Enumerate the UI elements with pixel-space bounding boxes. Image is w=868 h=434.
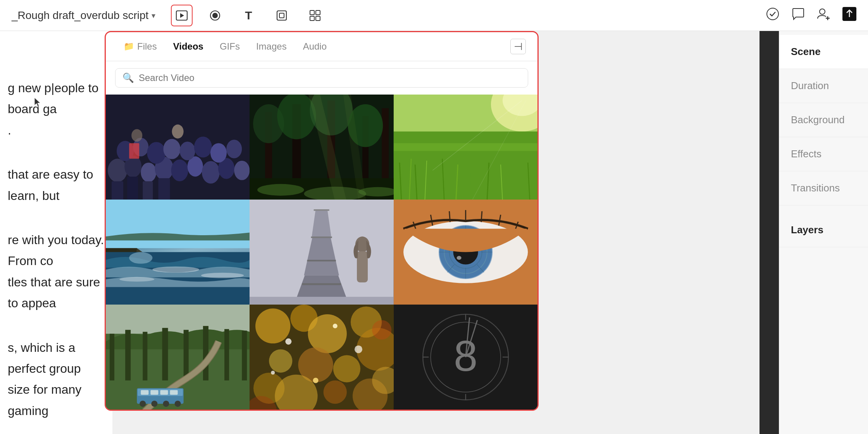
svg-rect-34: [143, 181, 153, 200]
svg-rect-74: [106, 200, 250, 248]
search-input[interactable]: [139, 72, 521, 83]
tab-videos-label: Videos: [173, 41, 203, 52]
sidebar-label-scene: Scene: [791, 46, 821, 57]
tab-images[interactable]: Images: [250, 38, 293, 55]
sidebar-item-background[interactable]: Background: [779, 103, 868, 137]
media-button[interactable]: [171, 5, 193, 26]
sidebar-item-scene[interactable]: Scene: [779, 35, 868, 69]
svg-point-80: [201, 273, 244, 278]
svg-rect-32: [112, 181, 123, 200]
svg-rect-36: [129, 143, 139, 158]
record-button[interactable]: [204, 5, 226, 26]
svg-point-27: [164, 139, 181, 159]
video-cell-bokeh[interactable]: [250, 305, 393, 410]
sidebar-item-effects[interactable]: Effects: [779, 137, 868, 171]
search-icon: 🔍: [122, 72, 134, 83]
tab-files[interactable]: 📁 Files: [117, 38, 163, 55]
video-grid: 8: [106, 95, 537, 410]
tab-audio[interactable]: Audio: [297, 38, 333, 55]
svg-marker-1: [180, 13, 184, 18]
svg-point-38: [131, 129, 142, 141]
sidebar-label-transitions: Transitions: [791, 182, 840, 194]
check-circle-icon[interactable]: [766, 7, 780, 24]
svg-line-114: [449, 211, 450, 222]
video-cell-crowd[interactable]: [106, 95, 250, 200]
svg-point-26: [147, 142, 165, 164]
svg-point-111: [456, 256, 461, 260]
svg-text:8: 8: [454, 332, 477, 380]
bg-line-4: re with you today. From co: [8, 229, 105, 272]
shapes-button[interactable]: [271, 5, 293, 26]
svg-point-17: [141, 163, 156, 182]
video-cell-countdown[interactable]: 8: [394, 305, 537, 410]
svg-rect-161: [250, 305, 393, 410]
svg-rect-33: [127, 177, 138, 200]
dark-strip: [760, 31, 779, 434]
sidebar-item-layers[interactable]: Layers: [779, 213, 868, 247]
tab-gifs[interactable]: GIFs: [214, 38, 246, 55]
svg-point-52: [257, 184, 304, 196]
sidebar-item-transitions[interactable]: Transitions: [779, 171, 868, 205]
tab-videos[interactable]: Videos: [167, 38, 210, 55]
toolbar: _Rough draft_overdub script ▾ T: [0, 0, 868, 31]
bg-line-3: that are easy to learn, but: [8, 164, 105, 206]
tab-audio-label: Audio: [303, 41, 327, 52]
title-chevron: ▾: [152, 11, 155, 20]
grid-button[interactable]: [304, 5, 326, 26]
svg-rect-35: [158, 178, 170, 200]
svg-point-37: [172, 124, 184, 138]
title-text: _Rough draft_overdub script: [12, 9, 148, 22]
svg-rect-139: [106, 305, 250, 410]
tab-images-label: Images: [256, 41, 287, 52]
user-add-icon[interactable]: [817, 7, 831, 24]
bg-line-6: s, which is a perfect group size for man…: [8, 337, 105, 422]
folder-icon: 📁: [124, 41, 134, 52]
svg-point-29: [194, 136, 212, 157]
right-sidebar: Scene Duration Background Effects Transi…: [779, 31, 868, 434]
bg-line-5: tles that are sure to appea: [8, 272, 105, 314]
svg-rect-7: [316, 10, 320, 15]
svg-point-11: [820, 9, 825, 14]
sidebar-label-duration: Duration: [791, 80, 829, 91]
bg-line-1: g new p|eople to board ga: [8, 78, 105, 120]
sidebar-label-layers: Layers: [791, 224, 823, 236]
video-cell-grass[interactable]: [394, 95, 537, 200]
tabs-bar: 📁 Files Videos GIFs Images Audio ⊣: [106, 32, 537, 61]
svg-line-116: [481, 211, 482, 222]
svg-point-30: [210, 143, 227, 162]
video-cell-train[interactable]: [106, 305, 250, 410]
svg-point-23: [234, 161, 250, 180]
svg-point-79: [119, 277, 154, 282]
tab-gifs-label: GIFs: [220, 41, 240, 52]
svg-rect-6: [310, 10, 314, 15]
search-bar: 🔍: [115, 68, 528, 88]
svg-point-19: [171, 160, 188, 181]
svg-point-21: [202, 161, 220, 184]
collapse-panel-button[interactable]: ⊣: [510, 39, 526, 54]
svg-rect-5: [279, 13, 284, 18]
svg-point-3: [212, 13, 218, 18]
document-title[interactable]: _Rough draft_overdub script ▾: [12, 9, 155, 22]
svg-point-10: [767, 8, 778, 20]
svg-point-31: [226, 140, 242, 158]
svg-rect-9: [316, 16, 320, 21]
text-button[interactable]: T: [238, 5, 259, 26]
media-panel: 📁 Files Videos GIFs Images Audio ⊣ 🔍: [105, 31, 539, 411]
comment-icon[interactable]: [791, 7, 805, 24]
svg-point-28: [180, 141, 195, 160]
video-cell-eye[interactable]: [394, 200, 537, 305]
sidebar-item-duration[interactable]: Duration: [779, 69, 868, 103]
share-icon[interactable]: [842, 7, 856, 24]
video-cell-forest[interactable]: [250, 95, 393, 200]
svg-point-81: [129, 252, 152, 264]
sidebar-label-effects: Effects: [791, 148, 822, 160]
svg-point-78: [152, 267, 199, 273]
svg-point-15: [108, 159, 127, 182]
tab-files-label: Files: [137, 41, 157, 52]
sidebar-label-background: Background: [791, 114, 845, 126]
video-cell-ocean[interactable]: [106, 200, 250, 305]
svg-rect-4: [277, 11, 286, 20]
background-text-area: g new p|eople to board ga . that are eas…: [0, 0, 112, 434]
video-cell-paris[interactable]: [250, 200, 393, 305]
bg-line-2: .: [8, 120, 105, 141]
